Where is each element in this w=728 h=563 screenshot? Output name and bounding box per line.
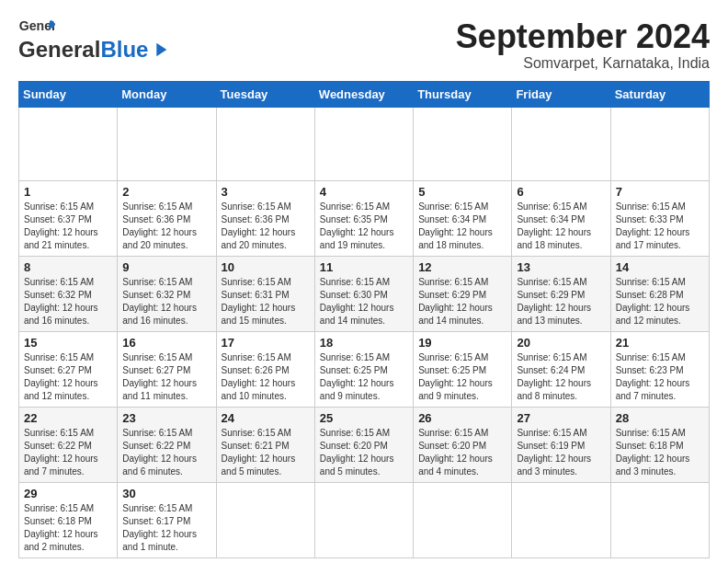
calendar-cell: 10Sunrise: 6:15 AMSunset: 6:31 PMDayligh… — [216, 256, 314, 331]
day-number: 23 — [122, 411, 210, 425]
cell-info: Sunrise: 6:15 AMSunset: 6:20 PMDaylight:… — [320, 427, 408, 478]
cell-info: Sunrise: 6:15 AMSunset: 6:31 PMDaylight:… — [222, 276, 310, 327]
calendar-cell: 9Sunrise: 6:15 AMSunset: 6:32 PMDaylight… — [118, 256, 216, 331]
day-number: 24 — [222, 411, 310, 425]
calendar-cell: 15Sunrise: 6:15 AMSunset: 6:27 PMDayligh… — [19, 331, 118, 407]
day-number: 29 — [24, 487, 112, 500]
calendar-cell — [314, 482, 413, 557]
calendar-cell — [610, 482, 709, 557]
day-number: 10 — [222, 260, 310, 274]
calendar-cell — [610, 107, 709, 180]
calendar-cell: 12Sunrise: 6:15 AMSunset: 6:29 PMDayligh… — [414, 256, 512, 331]
calendar-table: SundayMondayTuesdayWednesdayThursdayFrid… — [18, 81, 710, 558]
calendar-cell: 11Sunrise: 6:15 AMSunset: 6:30 PMDayligh… — [314, 256, 413, 331]
day-number: 9 — [122, 260, 210, 274]
day-header-monday: Monday — [118, 81, 216, 107]
calendar-cell — [314, 107, 413, 180]
day-number: 3 — [222, 185, 310, 199]
cell-info: Sunrise: 6:15 AMSunset: 6:18 PMDaylight:… — [24, 502, 112, 554]
day-header-friday: Friday — [512, 81, 610, 107]
calendar-cell: 20Sunrise: 6:15 AMSunset: 6:24 PMDayligh… — [512, 331, 610, 407]
cell-info: Sunrise: 6:15 AMSunset: 6:36 PMDaylight:… — [122, 201, 210, 252]
cell-info: Sunrise: 6:15 AMSunset: 6:37 PMDaylight:… — [24, 201, 112, 252]
day-number: 21 — [616, 336, 704, 350]
logo-blue-text: Blue — [100, 37, 148, 63]
day-number: 5 — [418, 185, 506, 199]
cell-info: Sunrise: 6:15 AMSunset: 6:30 PMDaylight:… — [320, 276, 408, 327]
calendar-cell: 1Sunrise: 6:15 AMSunset: 6:37 PMDaylight… — [19, 180, 118, 256]
cell-info: Sunrise: 6:15 AMSunset: 6:34 PMDaylight:… — [418, 201, 506, 252]
cell-info: Sunrise: 6:15 AMSunset: 6:32 PMDaylight:… — [24, 276, 112, 327]
calendar-cell: 22Sunrise: 6:15 AMSunset: 6:22 PMDayligh… — [19, 407, 118, 482]
calendar-cell: 27Sunrise: 6:15 AMSunset: 6:19 PMDayligh… — [512, 407, 610, 482]
calendar-cell: 13Sunrise: 6:15 AMSunset: 6:29 PMDayligh… — [512, 256, 610, 331]
logo: General General Blue — [18, 18, 170, 63]
day-number: 12 — [418, 260, 506, 274]
cell-info: Sunrise: 6:15 AMSunset: 6:25 PMDaylight:… — [320, 351, 408, 403]
day-number: 19 — [418, 336, 506, 350]
page-header: General General Blue September 2024 Somv… — [18, 18, 710, 72]
cell-info: Sunrise: 6:15 AMSunset: 6:32 PMDaylight:… — [122, 276, 210, 327]
calendar-cell: 3Sunrise: 6:15 AMSunset: 6:36 PMDaylight… — [216, 180, 314, 256]
calendar-cell: 29Sunrise: 6:15 AMSunset: 6:18 PMDayligh… — [19, 482, 118, 557]
calendar-cell — [414, 482, 512, 557]
cell-info: Sunrise: 6:15 AMSunset: 6:20 PMDaylight:… — [418, 427, 506, 478]
calendar-cell: 6Sunrise: 6:15 AMSunset: 6:34 PMDaylight… — [512, 180, 610, 256]
calendar-cell: 26Sunrise: 6:15 AMSunset: 6:20 PMDayligh… — [414, 407, 512, 482]
calendar-cell: 21Sunrise: 6:15 AMSunset: 6:23 PMDayligh… — [610, 331, 709, 407]
day-header-saturday: Saturday — [610, 81, 709, 107]
cell-info: Sunrise: 6:15 AMSunset: 6:35 PMDaylight:… — [320, 201, 408, 252]
calendar-cell — [19, 107, 118, 180]
calendar-cell: 2Sunrise: 6:15 AMSunset: 6:36 PMDaylight… — [118, 180, 216, 256]
calendar-cell: 5Sunrise: 6:15 AMSunset: 6:34 PMDaylight… — [414, 180, 512, 256]
calendar-cell: 8Sunrise: 6:15 AMSunset: 6:32 PMDaylight… — [19, 256, 118, 331]
day-number: 16 — [122, 336, 210, 350]
calendar-cell: 16Sunrise: 6:15 AMSunset: 6:27 PMDayligh… — [118, 331, 216, 407]
cell-info: Sunrise: 6:15 AMSunset: 6:24 PMDaylight:… — [517, 351, 605, 403]
day-header-sunday: Sunday — [19, 81, 118, 107]
calendar-cell — [216, 107, 314, 180]
calendar-cell: 30Sunrise: 6:15 AMSunset: 6:17 PMDayligh… — [118, 482, 216, 557]
calendar-cell: 14Sunrise: 6:15 AMSunset: 6:28 PMDayligh… — [610, 256, 709, 331]
logo-icon: General — [18, 18, 55, 35]
cell-info: Sunrise: 6:15 AMSunset: 6:25 PMDaylight:… — [418, 351, 506, 403]
day-number: 22 — [24, 411, 112, 425]
cell-info: Sunrise: 6:15 AMSunset: 6:29 PMDaylight:… — [418, 276, 506, 327]
calendar-header: SundayMondayTuesdayWednesdayThursdayFrid… — [19, 81, 710, 107]
day-header-thursday: Thursday — [414, 81, 512, 107]
day-number: 25 — [320, 411, 408, 425]
cell-info: Sunrise: 6:15 AMSunset: 6:21 PMDaylight:… — [222, 427, 310, 478]
month-title: September 2024 — [456, 18, 710, 55]
calendar-cell — [118, 107, 216, 180]
day-number: 28 — [616, 411, 704, 425]
calendar-cell — [512, 482, 610, 557]
calendar-cell: 28Sunrise: 6:15 AMSunset: 6:18 PMDayligh… — [610, 407, 709, 482]
cell-info: Sunrise: 6:15 AMSunset: 6:27 PMDaylight:… — [24, 351, 112, 403]
calendar-cell: 25Sunrise: 6:15 AMSunset: 6:20 PMDayligh… — [314, 407, 413, 482]
day-number: 30 — [122, 487, 210, 500]
cell-info: Sunrise: 6:15 AMSunset: 6:28 PMDaylight:… — [616, 276, 704, 327]
cell-info: Sunrise: 6:15 AMSunset: 6:18 PMDaylight:… — [616, 427, 704, 478]
cell-info: Sunrise: 6:15 AMSunset: 6:34 PMDaylight:… — [517, 201, 605, 252]
day-number: 27 — [517, 411, 605, 425]
day-number: 20 — [517, 336, 605, 350]
cell-info: Sunrise: 6:15 AMSunset: 6:36 PMDaylight:… — [222, 201, 310, 252]
calendar-cell: 7Sunrise: 6:15 AMSunset: 6:33 PMDaylight… — [610, 180, 709, 256]
calendar-cell: 17Sunrise: 6:15 AMSunset: 6:26 PMDayligh… — [216, 331, 314, 407]
cell-info: Sunrise: 6:15 AMSunset: 6:17 PMDaylight:… — [122, 502, 210, 554]
cell-info: Sunrise: 6:15 AMSunset: 6:23 PMDaylight:… — [616, 351, 704, 403]
calendar-cell — [512, 107, 610, 180]
calendar-cell — [216, 482, 314, 557]
day-number: 4 — [320, 185, 408, 199]
logo-general-text: General — [18, 37, 100, 63]
day-number: 7 — [616, 185, 704, 199]
calendar-cell: 23Sunrise: 6:15 AMSunset: 6:22 PMDayligh… — [118, 407, 216, 482]
calendar-cell: 24Sunrise: 6:15 AMSunset: 6:21 PMDayligh… — [216, 407, 314, 482]
cell-info: Sunrise: 6:15 AMSunset: 6:29 PMDaylight:… — [517, 276, 605, 327]
day-header-wednesday: Wednesday — [314, 81, 413, 107]
day-header-tuesday: Tuesday — [216, 81, 314, 107]
day-number: 8 — [24, 260, 112, 274]
calendar-cell: 18Sunrise: 6:15 AMSunset: 6:25 PMDayligh… — [314, 331, 413, 407]
cell-info: Sunrise: 6:15 AMSunset: 6:26 PMDaylight:… — [222, 351, 310, 403]
title-block: September 2024 Somvarpet, Karnataka, Ind… — [456, 18, 710, 72]
